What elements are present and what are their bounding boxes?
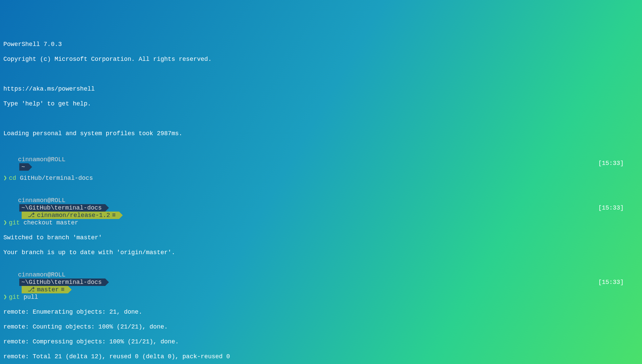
branch-icon: ⎇: [28, 286, 35, 293]
header-url: https://aka.ms/powershell: [3, 85, 95, 93]
user-host: cinnamon@ROLL: [18, 156, 65, 163]
command-git-args: pull: [23, 293, 38, 301]
output-counting: remote: Counting objects: 100% (21/21), …: [3, 323, 168, 331]
timestamp: [15:33]: [598, 204, 639, 212]
user-host: cinnamon@ROLL: [18, 271, 65, 278]
prompt-glyph: ❯: [3, 219, 7, 226]
user-host: cinnamon@ROLL: [18, 197, 65, 204]
prompt-glyph: ❯: [3, 174, 7, 182]
output-total: remote: Total 21 (delta 12), reused 0 (d…: [3, 353, 230, 360]
command-git-args: checkout master: [23, 219, 78, 226]
prompt-line: cinnamon@ROLL ~\GitHub\terminal-docs ⎇ci…: [3, 204, 639, 212]
header-help: Type 'help' to get help.: [3, 100, 91, 107]
path-segment: ~: [19, 163, 28, 171]
output-uptodate: Your branch is up to date with 'origin/m…: [3, 249, 175, 256]
branch-segment: ⎇master≡: [22, 286, 68, 293]
path-segment: ~\GitHub\terminal-docs: [19, 278, 105, 286]
terminal-output[interactable]: PowerShell 7.0.3 Copyright (c) Microsoft…: [3, 33, 639, 364]
timestamp: [15:33]: [598, 160, 639, 167]
profiles-load-time: Loading personal and system profiles too…: [3, 130, 182, 137]
branch-status-icon: ≡: [61, 286, 65, 293]
header-copyright: Copyright (c) Microsoft Corporation. All…: [3, 55, 212, 63]
path-segment: ~\GitHub\terminal-docs: [19, 204, 105, 212]
prompt-glyph: ❯: [3, 293, 7, 301]
prompt-line: cinnamon@ROLL ~\GitHub\terminal-docs ⎇ma…: [3, 278, 639, 286]
output-compressing: remote: Compressing objects: 100% (21/21…: [3, 338, 179, 345]
command-git: git: [9, 293, 20, 301]
branch-icon: ⎇: [28, 212, 35, 219]
header-version: PowerShell 7.0.3: [3, 41, 62, 48]
prompt-line: cinnamon@ROLL ~ [15:33]: [3, 160, 639, 167]
branch-status-icon: ≡: [112, 212, 116, 219]
branch-name: cinnamon/release-1.2: [37, 212, 110, 219]
output-switched: Switched to branch 'master': [3, 234, 102, 241]
output-enumerating: remote: Enumerating objects: 21, done.: [3, 308, 142, 316]
command-git: git: [9, 219, 20, 226]
branch-segment: ⎇cinnamon/release-1.2≡: [22, 212, 119, 219]
timestamp: [15:33]: [598, 278, 639, 286]
branch-name: master: [37, 286, 59, 293]
command-cd: cd: [9, 174, 16, 182]
command-line: ❯ cd GitHub/terminal-docs: [3, 174, 639, 182]
command-cd-args: GitHub/terminal-docs: [20, 174, 93, 182]
